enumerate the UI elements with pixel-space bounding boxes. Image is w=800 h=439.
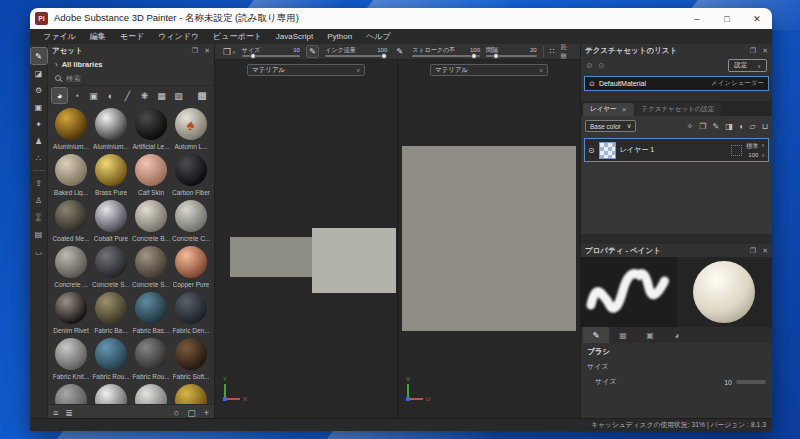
menu-item[interactable]: 編集	[83, 31, 113, 42]
material-thumbnail[interactable]: Aluminium...	[52, 108, 90, 154]
search-input[interactable]	[66, 74, 166, 83]
filter-alphas[interactable]: ▣	[86, 88, 101, 103]
material-thumbnail[interactable]: Fabric Rou...	[92, 338, 130, 384]
menu-item[interactable]: JavaScript	[269, 32, 320, 41]
filter-textures[interactable]: ◐	[103, 88, 118, 103]
minimize-button[interactable]: –	[682, 8, 712, 29]
add-effect-icon[interactable]: ✧	[687, 122, 694, 131]
export-tool-button[interactable]: ⇪	[31, 175, 47, 191]
menu-item[interactable]: ヘルプ	[359, 31, 398, 42]
filter-environments[interactable]: ▨	[171, 88, 186, 103]
float-panel-icon[interactable]: ❐	[750, 247, 756, 255]
bake-tool-button[interactable]: ▤	[31, 226, 47, 242]
material-thumbnail[interactable]: Concrete C...	[172, 200, 210, 246]
flow-slider[interactable]	[325, 55, 387, 57]
material-thumbnail[interactable]: Concrete S...	[132, 246, 170, 292]
material-picker-tool-button[interactable]: ♙	[31, 192, 47, 208]
material-thumbnail[interactable]: Concrete B...	[132, 200, 170, 246]
material-thumbnail[interactable]: Aluminium...	[92, 108, 130, 154]
material-thumbnail[interactable]: Carbon Fiber	[172, 154, 210, 200]
material-thumbnail[interactable]	[92, 384, 130, 404]
menu-item[interactable]: ウィンドウ	[151, 31, 206, 42]
grid-view-icon[interactable]: ▩	[194, 90, 210, 101]
particle-tool-button[interactable]: ∴	[31, 150, 47, 166]
size-param-slider[interactable]	[736, 380, 766, 384]
filter-smart-materials[interactable]: ◔	[69, 88, 84, 103]
material-thumbnail[interactable]	[172, 384, 210, 404]
material-thumbnail[interactable]: Fabric Bas...	[132, 292, 170, 338]
tab-brush[interactable]: ✎	[583, 327, 609, 343]
layer-visibility-eye-icon[interactable]: ⊙	[588, 146, 595, 155]
new-shelf-icon[interactable]: ▢	[187, 408, 196, 418]
material-thumbnail[interactable]: Cobalt Pure	[92, 200, 130, 246]
scatter-icon[interactable]: ∷	[550, 47, 555, 56]
material-thumbnail[interactable]: Fabric Soft...	[172, 338, 210, 384]
material-thumbnail[interactable]	[52, 384, 90, 404]
material-thumbnail[interactable]: Copper Pure	[172, 246, 210, 292]
projection-tool-button[interactable]: ⚙	[31, 82, 47, 98]
brush-tip-button-2[interactable]: ✎	[393, 45, 406, 58]
viewport-2d[interactable]: マテリアル ∨ V U	[398, 60, 580, 418]
material-thumbnail[interactable]: Denim Rivet	[52, 292, 90, 338]
material-thumbnail[interactable]: Brass Pure	[92, 154, 130, 200]
close-panel-icon[interactable]: ✕	[762, 47, 768, 55]
slider-knob[interactable]	[381, 53, 387, 59]
add-group-icon[interactable]: ▱	[750, 122, 756, 131]
paint-tool-button[interactable]: ✎	[31, 48, 47, 64]
viewport-3d[interactable]: マテリアル ∨ Y X	[215, 60, 397, 418]
settings-dropdown[interactable]: 設定 ∨	[728, 59, 767, 72]
material-thumbnail[interactable]: Autumn L...	[172, 108, 210, 154]
solo-view-icon[interactable]: ⊙	[598, 61, 605, 70]
layer-row[interactable]: ⊙ レイヤー 1 標準 ∨ 100 ∨	[584, 138, 769, 162]
filter-patterns[interactable]: ▦	[154, 88, 169, 103]
tab-layers[interactable]: レイヤー ✕	[583, 103, 634, 116]
add-fill-layer-icon[interactable]: ◨	[725, 122, 733, 131]
material-thumbnail[interactable]: Fabric Den...	[172, 292, 210, 338]
material-thumbnail[interactable]	[132, 384, 170, 404]
polygon-fill-tool-button[interactable]: ▣	[31, 99, 47, 115]
filter-particles[interactable]: ❋	[137, 88, 152, 103]
float-panel-icon[interactable]: ❐	[192, 47, 198, 55]
menu-item[interactable]: ビューポート	[206, 31, 269, 42]
slider-knob[interactable]	[471, 53, 477, 59]
material-thumbnail[interactable]: Coated Me...	[52, 200, 90, 246]
material-thumbnail[interactable]: Fabric Rou...	[132, 338, 170, 384]
tab-material[interactable]: ◕	[664, 327, 690, 343]
layer-thumbnail[interactable]	[599, 142, 616, 159]
close-panel-icon[interactable]: ✕	[762, 247, 768, 255]
layer-mask-slot[interactable]	[731, 145, 742, 156]
menu-item[interactable]: ファイル	[36, 31, 83, 42]
display-settings-button[interactable]: ◡	[31, 243, 47, 259]
material-thumbnail[interactable]: Artificial Le...	[132, 108, 170, 154]
import-resources-icon[interactable]: +	[204, 408, 209, 418]
tab-texture-set-settings[interactable]: テクスチャセットの設定	[635, 103, 722, 116]
material-thumbnail[interactable]: Fabric Knit...	[52, 338, 90, 384]
channel-dropdown[interactable]: Base color ∨	[585, 120, 636, 132]
material-thumbnail[interactable]: Baked Lig...	[52, 154, 90, 200]
material-thumbnail[interactable]: Fabric Ba...	[92, 292, 130, 338]
slider-knob[interactable]	[493, 53, 499, 59]
close-tab-icon[interactable]: ✕	[621, 106, 626, 113]
smudge-tool-button[interactable]: ✦	[31, 116, 47, 132]
close-button[interactable]: ✕	[742, 8, 772, 29]
maximize-button[interactable]: □	[712, 8, 742, 29]
tab-stencil[interactable]: ▣	[637, 327, 663, 343]
shading-mode-dropdown[interactable]: マテリアル ∨	[247, 64, 365, 76]
menu-item[interactable]: モード	[113, 31, 151, 42]
spacing-slider[interactable]	[486, 55, 537, 57]
float-panel-icon[interactable]: ❐	[750, 47, 756, 55]
eraser-tool-button[interactable]: ◪	[31, 65, 47, 81]
stroke-opacity-slider[interactable]	[412, 55, 480, 57]
brush-preset-button[interactable]: ❐ ∨	[223, 47, 236, 57]
tab-particles[interactable]: ▦	[610, 327, 636, 343]
menu-item[interactable]: Python	[320, 32, 359, 41]
material-thumbnail[interactable]: Concrete ...	[52, 246, 90, 292]
visibility-eye-icon[interactable]: ⊙	[589, 80, 595, 88]
opacity-dropdown[interactable]: 100 ∨	[748, 152, 765, 158]
size-slider[interactable]	[242, 55, 300, 57]
material-thumbnail[interactable]: Calf Skin	[132, 154, 170, 200]
slider-knob[interactable]	[250, 53, 256, 59]
filter-materials[interactable]: ◕	[52, 88, 67, 103]
add-paint-layer-icon[interactable]: ✎	[712, 122, 719, 131]
delete-layer-icon[interactable]: ⊔	[762, 122, 768, 131]
